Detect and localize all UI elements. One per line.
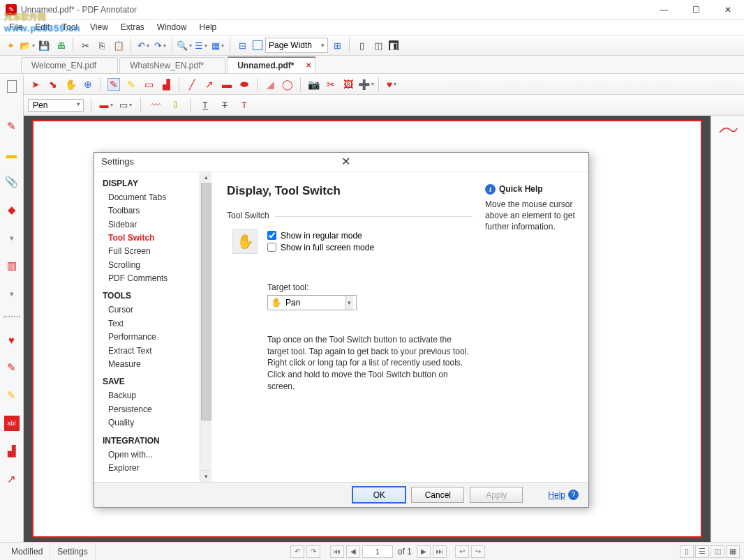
maximize-button[interactable]: ☐ bbox=[680, 0, 712, 20]
twopages-icon[interactable]: ◫ bbox=[372, 39, 385, 52]
arrow-fav-icon[interactable]: ↗ bbox=[4, 471, 20, 487]
nav-item-measure[interactable]: Measure bbox=[103, 358, 211, 371]
cancel-button[interactable]: Cancel bbox=[411, 487, 464, 503]
nav-item-explorer[interactable]: Explorer bbox=[103, 462, 211, 475]
stop-fav-icon[interactable]: ▥ bbox=[4, 258, 20, 273]
rotate-left-icon[interactable]: ↶ bbox=[290, 545, 304, 558]
paste-icon[interactable]: 📋 bbox=[112, 39, 125, 52]
last-page-button[interactable]: ⏭ bbox=[433, 545, 447, 558]
singlepage-icon[interactable]: ▯ bbox=[355, 39, 368, 52]
nav-item-tool-switch[interactable]: Tool Switch bbox=[103, 232, 211, 245]
nav-item-pdf-comments[interactable]: PDF Comments bbox=[103, 272, 211, 285]
menu-help[interactable]: Help bbox=[193, 21, 223, 33]
abl-fav-icon[interactable]: abl bbox=[4, 416, 20, 431]
chk-fullscreen-mode[interactable]: Show in full screen mode bbox=[267, 243, 374, 252]
text-icon[interactable]: ▭ bbox=[142, 78, 155, 91]
pen2-fav-icon[interactable]: ✎ bbox=[4, 360, 20, 375]
view-grid-icon[interactable]: ▦ bbox=[726, 545, 740, 558]
highlight-icon[interactable]: ✎ bbox=[125, 78, 137, 91]
zoomout-icon[interactable]: ⊟ bbox=[236, 39, 248, 52]
rect-icon[interactable]: ▬ bbox=[221, 78, 233, 91]
squiggly-icon[interactable]: T bbox=[238, 99, 251, 112]
nav-item-persistence[interactable]: Persistence bbox=[103, 403, 211, 416]
open-icon[interactable]: 📂 bbox=[21, 39, 34, 52]
dialog-close-button[interactable]: ✕ bbox=[338, 155, 581, 168]
rotate-right-icon[interactable]: ↷ bbox=[306, 545, 320, 558]
menu-edit[interactable]: Edit bbox=[29, 21, 56, 33]
scroll-thumb[interactable] bbox=[201, 183, 211, 421]
menu-extras[interactable]: Extras bbox=[114, 21, 151, 33]
close-button[interactable]: ✕ bbox=[712, 0, 744, 20]
nav-item-quality[interactable]: Quality bbox=[103, 416, 211, 430]
cut-icon[interactable]: ✂ bbox=[79, 39, 91, 52]
menu-view[interactable]: View bbox=[84, 21, 114, 33]
page-icon[interactable]: ▦ bbox=[211, 39, 224, 52]
view-single-icon[interactable]: ▯ bbox=[680, 545, 694, 558]
scroll-down-icon[interactable]: ▾ bbox=[200, 470, 211, 482]
strikeout-icon[interactable]: T bbox=[218, 99, 231, 112]
minimize-button[interactable]: — bbox=[648, 0, 680, 20]
favorite-icon[interactable]: ♥ bbox=[385, 78, 398, 91]
undo-icon[interactable]: ↶ bbox=[137, 39, 149, 52]
pen-icon[interactable]: ✎ bbox=[107, 78, 120, 91]
chk-regular-input[interactable] bbox=[267, 231, 276, 240]
add-icon[interactable]: ➕ bbox=[359, 78, 372, 91]
nav-item-sidebar[interactable]: Sidebar bbox=[103, 218, 211, 232]
pen-select[interactable]: Pen bbox=[28, 99, 84, 112]
next-page-button[interactable]: ▶ bbox=[417, 545, 431, 558]
save-icon[interactable]: 💾 bbox=[38, 39, 50, 52]
zoomin-icon[interactable]: ⊞ bbox=[331, 39, 343, 52]
ok-button[interactable]: OK bbox=[352, 487, 406, 503]
nav-fwd-button[interactable]: ↪ bbox=[471, 545, 485, 558]
nav-back-button[interactable]: ↩ bbox=[455, 545, 469, 558]
line-icon[interactable]: ╱ bbox=[186, 78, 198, 91]
target-tool-select[interactable]: ✋ Pan bbox=[267, 295, 357, 310]
prev-page-button[interactable]: ◀ bbox=[346, 545, 360, 558]
pen-fav-icon[interactable]: ✎ bbox=[4, 119, 20, 134]
chevron-down-icon[interactable]: ▾ bbox=[4, 286, 20, 301]
select-icon[interactable]: ⬊ bbox=[47, 78, 59, 91]
page-thumb-toggle[interactable] bbox=[0, 75, 24, 116]
chk-regular-mode[interactable]: Show in regular mode bbox=[267, 231, 374, 241]
underline-icon[interactable]: T bbox=[199, 99, 211, 112]
find-icon[interactable]: 🔍 bbox=[178, 39, 191, 52]
nav-item-backup[interactable]: Backup bbox=[103, 389, 211, 402]
smooth-icon[interactable]: 〰 bbox=[149, 99, 162, 112]
tab-unnamed[interactable]: Unnamed.pdf*✕ bbox=[227, 56, 315, 73]
apply-button[interactable]: Apply bbox=[470, 487, 523, 503]
help-link[interactable]: Help ? bbox=[548, 490, 579, 500]
shape-fav-icon[interactable]: ◆ bbox=[4, 202, 20, 218]
nav-item-extract-text[interactable]: Extract Text bbox=[103, 345, 211, 358]
menu-tool[interactable]: Tool bbox=[56, 21, 84, 33]
page-number-field[interactable]: 1 bbox=[362, 545, 393, 558]
ellipse-icon[interactable]: ⬬ bbox=[238, 78, 251, 91]
pressure-icon[interactable]: ⇩ bbox=[169, 99, 181, 112]
zoom-select[interactable]: Page Width bbox=[265, 38, 328, 53]
nav-item-toolbars[interactable]: Toolbars bbox=[103, 204, 211, 218]
heart-fav-icon[interactable]: ♥ bbox=[4, 332, 20, 347]
crop-icon[interactable]: ✂ bbox=[325, 78, 337, 91]
highlight-fav-icon[interactable]: ✎ bbox=[4, 388, 20, 403]
close-tab-icon[interactable]: ✕ bbox=[306, 61, 311, 69]
new-icon[interactable]: ✦ bbox=[4, 39, 17, 52]
goto-icon[interactable]: ☰ bbox=[195, 39, 207, 52]
view-cont-icon[interactable]: ☰ bbox=[695, 545, 709, 558]
zoom-icon[interactable]: ⊕ bbox=[82, 78, 94, 91]
fit-icon[interactable] bbox=[253, 40, 262, 50]
fullscreen-icon[interactable]: ◧ bbox=[389, 40, 399, 50]
nav-item-scrolling[interactable]: Scrolling bbox=[103, 259, 211, 272]
snapshot-icon[interactable]: 📷 bbox=[307, 78, 320, 91]
tab-whatsnew[interactable]: WhatsNew_EN.pdf* bbox=[119, 57, 225, 73]
nav-item-performance[interactable]: Performance bbox=[103, 331, 211, 344]
clip-fav-icon[interactable]: 📎 bbox=[4, 174, 20, 190]
chk-fullscreen-input[interactable] bbox=[267, 243, 276, 252]
cursor-icon[interactable]: ➤ bbox=[29, 78, 42, 91]
view-two-icon[interactable]: ◫ bbox=[710, 545, 724, 558]
note-fav-icon[interactable]: ▬ bbox=[4, 146, 20, 162]
nav-scrollbar[interactable]: ▴ ▾ bbox=[200, 172, 211, 483]
scroll-up-icon[interactable]: ▴ bbox=[200, 172, 211, 183]
menu-file[interactable]: File bbox=[3, 21, 29, 33]
arrow-icon[interactable]: ↗ bbox=[203, 78, 216, 91]
nav-item-cursor[interactable]: Cursor bbox=[103, 303, 211, 317]
eraser-icon[interactable]: ◢ bbox=[264, 78, 276, 91]
